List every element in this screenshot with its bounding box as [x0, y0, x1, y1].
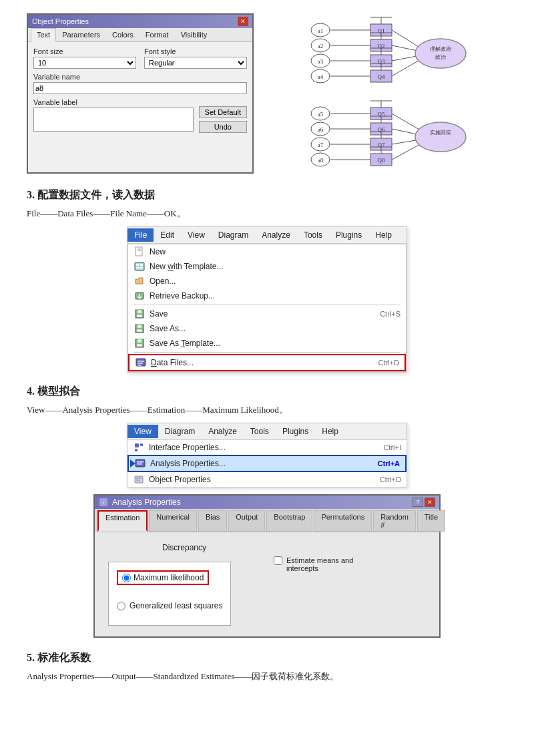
variable-name-label: Variable name	[33, 73, 247, 81]
menu-bar-analyze[interactable]: Analyze	[255, 228, 297, 242]
menu-item-save[interactable]: Save Ctrl+S	[128, 307, 406, 321]
datafiles-icon	[135, 357, 147, 369]
ap-title: Analysis Properties	[112, 498, 181, 507]
dialog-tabs: Text Parameters Colors Format Visibility	[28, 28, 252, 42]
ap-tab-bias[interactable]: Bias	[198, 510, 227, 532]
variable-label-row: Variable label Set Default Undo	[33, 98, 247, 133]
analysis-properties-dialog: i Analysis Properties ? ✕ Estimation Num…	[93, 494, 441, 638]
menu-item-new[interactable]: New	[128, 244, 406, 259]
ap-right-panel: Estimate means andintercepts	[274, 543, 426, 626]
svg-text:实施回应: 实施回应	[430, 130, 451, 136]
file-menu-bar: File Edit View Diagram Analyze Tools Plu…	[127, 227, 407, 244]
view-menu-bar-analyze[interactable]: Analyze	[202, 425, 244, 438]
step4-desc: View——Analysis Properties——Estimation——M…	[27, 404, 507, 416]
menu-open-label: Open...	[150, 276, 176, 286]
ap-titlebar-buttons: ? ✕	[413, 498, 435, 507]
svg-rect-92	[135, 449, 138, 451]
gls-label: Generalized least squares	[129, 601, 222, 610]
ap-tab-random[interactable]: Random #	[373, 510, 416, 532]
tab-text[interactable]: Text	[31, 28, 56, 42]
menu-bar-diagram[interactable]: Diagram	[212, 228, 255, 242]
menu-save-as-template-label: Save As Template...	[150, 339, 220, 348]
view-menu-item-analysis[interactable]: Analysis Properties... Ctrl+A	[127, 455, 407, 472]
estimate-means-row: Estimate means andintercepts	[274, 556, 353, 572]
tab-parameters[interactable]: Parameters	[56, 28, 106, 41]
svg-rect-89	[138, 365, 142, 366]
dialog-buttons: Set Default Undo	[199, 106, 247, 133]
menu-item-open[interactable]: Open...	[128, 274, 406, 289]
view-menu-analysis-shortcut: Ctrl+A	[378, 459, 400, 467]
set-default-button[interactable]: Set Default	[199, 106, 247, 118]
menu-item-save-as-template[interactable]: Save As Template...	[128, 336, 406, 351]
svg-rect-90	[135, 443, 139, 447]
menu-item-save-as[interactable]: Save As...	[128, 321, 406, 336]
ap-titlebar: i Analysis Properties ? ✕	[95, 496, 439, 509]
tab-visibility[interactable]: Visibility	[175, 28, 214, 41]
ml-radio[interactable]	[122, 574, 131, 582]
menu-item-new-template[interactable]: New with Template...	[128, 259, 406, 274]
view-menu-analysis-label: Analysis Properties...	[150, 459, 226, 468]
tab-format[interactable]: Format	[140, 28, 175, 41]
ap-tab-bootstrap[interactable]: Bootstrap	[266, 510, 312, 532]
discrepancy-label: Discrepancy	[108, 543, 260, 552]
ap-tab-title[interactable]: Title	[417, 510, 445, 532]
maximum-likelihood-row: Maximum likelihood	[117, 570, 209, 585]
menu-save-as-label: Save As...	[150, 324, 186, 333]
svg-rect-87	[138, 361, 144, 362]
sem-diagram: a1 a2 a3 a4 Q1 Q2 Q3 Q4	[267, 13, 507, 174]
variable-label-textarea[interactable]	[33, 108, 194, 132]
file-new-icon	[134, 246, 146, 258]
view-menu-bar: View Diagram Analyze Tools Plugins Help	[127, 423, 407, 440]
ap-tab-output[interactable]: Output	[228, 510, 265, 532]
svg-text:a4: a4	[318, 73, 324, 80]
dialog-close-button[interactable]: ✕	[238, 17, 248, 26]
object-icon	[133, 474, 145, 486]
menu-bar-plugins[interactable]: Plugins	[329, 228, 368, 242]
view-menu-bar-help[interactable]: Help	[315, 425, 345, 438]
font-row: Font size 10 Font style Regular	[33, 47, 247, 69]
ap-close-button[interactable]: ✕	[425, 498, 435, 507]
view-menu-bar-diagram[interactable]: Diagram	[158, 425, 202, 438]
menu-bar-edit[interactable]: Edit	[154, 228, 181, 242]
menu-save-shortcut: Ctrl+S	[380, 310, 400, 318]
svg-rect-79	[137, 315, 142, 317]
undo-button[interactable]: Undo	[199, 121, 247, 133]
font-style-select[interactable]: Regular	[144, 57, 247, 69]
ap-help-button[interactable]: ?	[413, 498, 423, 507]
view-menu-bar-plugins[interactable]: Plugins	[276, 425, 315, 438]
tab-colors[interactable]: Colors	[106, 28, 140, 41]
svg-text:a8: a8	[318, 157, 324, 164]
menu-retrieve-backup-label: Retrieve Backup...	[150, 291, 215, 301]
font-size-select[interactable]: 10	[33, 57, 136, 69]
ap-tab-permutations[interactable]: Permutations	[314, 510, 372, 532]
step3-heading: 3. 配置数据文件，读入数据	[27, 188, 507, 202]
ap-tab-estimation[interactable]: Estimation	[97, 510, 148, 532]
menu-bar-help[interactable]: Help	[368, 228, 398, 242]
menu-item-data-files[interactable]: Data Files... Ctrl+D	[128, 354, 406, 371]
view-menu-screenshot: View Diagram Analyze Tools Plugins Help …	[127, 423, 407, 488]
estimate-means-label: Estimate means andintercepts	[286, 556, 353, 572]
menu-data-files-shortcut: Ctrl+D	[378, 359, 399, 367]
ml-label: Maximum likelihood	[134, 573, 204, 582]
estimate-means-checkbox[interactable]	[274, 556, 282, 565]
variable-name-input[interactable]	[33, 82, 247, 94]
variable-name-row: Variable name	[33, 73, 247, 94]
svg-text:a2: a2	[318, 43, 324, 49]
menu-bar-view[interactable]: View	[181, 228, 212, 242]
view-menu-bar-view[interactable]: View	[127, 425, 158, 438]
template-icon	[134, 260, 146, 272]
save-icon	[134, 308, 146, 320]
ap-tab-numerical[interactable]: Numerical	[149, 510, 197, 532]
view-menu-item-interface[interactable]: Interface Properties... Ctrl+I	[127, 440, 407, 455]
menu-item-retrieve-backup[interactable]: Retrieve Backup...	[128, 289, 406, 303]
gls-radio[interactable]	[117, 602, 125, 610]
menu-bar-file[interactable]: File	[127, 228, 154, 242]
svg-rect-81	[138, 325, 142, 328]
font-size-field: Font size 10	[33, 47, 136, 69]
menu-bar-tools[interactable]: Tools	[297, 228, 329, 242]
svg-rect-93	[136, 459, 145, 467]
view-menu-item-object[interactable]: Object Properties Ctrl+O	[127, 472, 407, 487]
svg-rect-75	[136, 267, 143, 268]
view-menu-bar-tools[interactable]: Tools	[244, 425, 276, 438]
svg-rect-82	[137, 329, 142, 332]
